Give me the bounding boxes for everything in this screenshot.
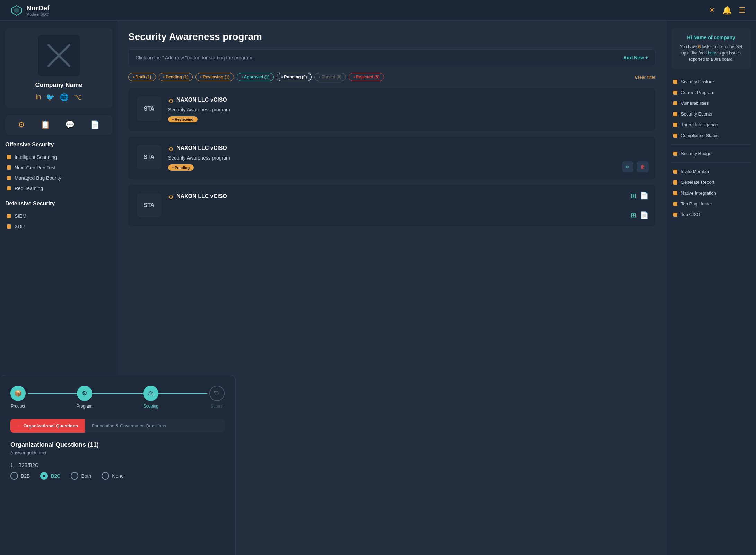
stepper-circle-product: 📦 (10, 386, 26, 401)
scoping-modal: 📦 Product ⚙ Program ⚖ Scoping 🛡 Submit ●… (0, 375, 236, 555)
right-menu-compliance-status[interactable]: Compliance Status (671, 130, 751, 141)
social-icons: in 🐦 🌐 ⌥ (12, 93, 105, 101)
radio-circle-none (102, 472, 109, 480)
questions-subtitle: Answer guide text (10, 450, 225, 455)
sidebar-item-next-gen-pen-test[interactable]: Next-Gen Pen Test (5, 162, 112, 173)
right-menu-security-budget[interactable]: Security Budget (671, 148, 751, 159)
add-new-placeholder: Click on the " Add new "button for start… (136, 55, 254, 60)
modal-tabs: ● Organizational Questions Foundation & … (10, 419, 225, 433)
radio-label-both: Both (81, 473, 91, 479)
right-menu-native-integration[interactable]: Native Integration (671, 188, 751, 198)
program-card-3: STA ⚙ NAXON LLC vCISO ⊞ 📄 ⊞ 📄 (128, 185, 655, 226)
filter-row: • Draft (1) • Pending (1) • Reviewing (1… (128, 73, 655, 81)
edit-button-2[interactable]: ✏ (622, 161, 633, 172)
radio-none[interactable]: None (102, 472, 123, 480)
filter-approved[interactable]: • Approved (1) (237, 73, 274, 81)
filter-pending[interactable]: • Pending (1) (159, 73, 193, 81)
card-actions-2: ✏ 🗑 (622, 161, 649, 172)
greeting-link[interactable]: here (708, 51, 716, 56)
question-1-number: 1. (10, 462, 15, 468)
company-card: Company Name in 🐦 🌐 ⌥ (5, 28, 112, 108)
right-menu-top-bug-hunter[interactable]: Top Bug Hunter (671, 198, 751, 209)
chat-action-icon[interactable]: 💬 (65, 120, 75, 129)
clear-filter-button[interactable]: Clear filter (635, 75, 655, 80)
radio-b2c[interactable]: B2C (40, 472, 60, 480)
bullet-dot (7, 176, 11, 180)
radio-both[interactable]: Both (71, 472, 91, 480)
filter-running[interactable]: • Running (0) (277, 73, 311, 81)
add-new-button[interactable]: Add New + (623, 55, 648, 60)
right-menu-security-posture[interactable]: Security Posture (671, 76, 751, 87)
program-card-2: STA ⚙ NAXON LLC vCISO Security Awareness… (128, 136, 655, 179)
menu-icon[interactable]: ☰ (739, 6, 746, 15)
right-dot (673, 170, 677, 174)
card-program-1: Security Awareness program (168, 107, 230, 112)
right-menu-security-events[interactable]: Security Events (671, 109, 751, 119)
menu-label: Intelligent Scanning (15, 154, 57, 160)
tab-label: Foundation & Governance Questions (92, 423, 166, 428)
stepper-line (28, 393, 207, 394)
stepper-circle-program: ⚙ (77, 386, 92, 401)
stepper-label-submit: Submit (210, 404, 223, 409)
bullet-dot (7, 165, 11, 170)
card-sta-1: STA (137, 97, 161, 121)
radio-b2b[interactable]: B2B (10, 472, 30, 480)
sidebar-item-xdr[interactable]: XDR (5, 221, 112, 232)
filter-reviewing[interactable]: • Reviewing (1) (195, 73, 234, 81)
right-menu-top-ciso[interactable]: Top CISO (671, 209, 751, 220)
radio-circle-both (71, 472, 78, 480)
company-name: Company Name (12, 82, 105, 89)
filter-draft[interactable]: • Draft (1) (128, 73, 156, 81)
settings-icon[interactable]: ☀ (709, 6, 715, 15)
grid-view-icon[interactable]: ⊞ (631, 191, 636, 200)
question-1-label: 1. B2B/B2C (10, 462, 225, 468)
right-dot (673, 80, 677, 84)
tab-foundation-governance[interactable]: Foundation & Governance Questions (85, 419, 173, 433)
menu-divider-2 (671, 162, 751, 163)
sidebar-item-red-teaming[interactable]: Red Teaming (5, 183, 112, 194)
defensive-security-section: Defensive Security SIEM XDR (5, 200, 112, 232)
right-menu-label: Threat Intelligence (681, 122, 718, 127)
github-icon[interactable]: ⌥ (74, 93, 82, 101)
filter-rejected[interactable]: • Rejected (5) (349, 73, 384, 81)
bullet-dot (7, 186, 11, 190)
right-menu-vulnerabilities[interactable]: Vulnerabilities (671, 98, 751, 109)
right-menu-threat-intelligence[interactable]: Threat Intelligence (671, 119, 751, 130)
menu-divider (671, 144, 751, 145)
grid-icon-bottom[interactable]: ⊞ (631, 211, 636, 219)
filter-closed[interactable]: • Closed (0) (314, 73, 346, 81)
sidebar-item-siem[interactable]: SIEM (5, 211, 112, 221)
doc-view-icon[interactable]: 📄 (640, 191, 649, 200)
right-menu-generate-report[interactable]: Generate Report (671, 177, 751, 188)
stepper-step-product: 📦 Product (10, 386, 26, 409)
doc-icon-bottom[interactable]: 📄 (640, 211, 649, 219)
website-icon[interactable]: 🌐 (60, 93, 69, 101)
bullet-dot (7, 224, 11, 229)
action-icons-row: ⚙ 📋 💬 📄 (5, 115, 112, 135)
right-dot (673, 180, 677, 185)
settings-action-icon[interactable]: ⚙ (18, 120, 25, 129)
defensive-security-title: Defensive Security (5, 200, 112, 207)
radio-label-b2b: B2B (21, 473, 30, 479)
sidebar-item-managed-bug-bounty[interactable]: Managed Bug Bounty (5, 173, 112, 183)
card-info-3: ⚙ NAXON LLC vCISO (168, 193, 227, 203)
linkedin-icon[interactable]: in (36, 93, 41, 101)
page-title: Security Awareness program (128, 31, 655, 42)
right-menu-current-program[interactable]: Current Program (671, 87, 751, 98)
stepper-circle-submit: 🛡 (209, 386, 225, 401)
sidebar-item-intelligent-scanning[interactable]: Intelligent Scanning (5, 152, 112, 162)
right-menu-label: Current Program (681, 90, 714, 95)
right-menu-invite-member[interactable]: Invite Member (671, 166, 751, 177)
delete-button-2[interactable]: 🗑 (637, 161, 649, 172)
program-card-1: STA ⚙ NAXON LLC vCISO Security Awareness… (128, 88, 655, 131)
radio-group-1: B2B B2C Both None (10, 472, 225, 480)
notification-icon[interactable]: 🔔 (722, 6, 732, 15)
tab-organizational-questions[interactable]: ● Organizational Questions (10, 419, 85, 433)
doc-action-icon[interactable]: 📄 (90, 120, 99, 129)
naxon-icon-2: ⚙ (168, 145, 174, 153)
card-company-2: NAXON LLC vCISO (176, 145, 227, 151)
list-action-icon[interactable]: 📋 (41, 120, 50, 129)
menu-label: Managed Bug Bounty (15, 175, 61, 181)
twitter-icon[interactable]: 🐦 (46, 93, 55, 101)
offensive-security-title: Offensive Security (5, 142, 112, 148)
